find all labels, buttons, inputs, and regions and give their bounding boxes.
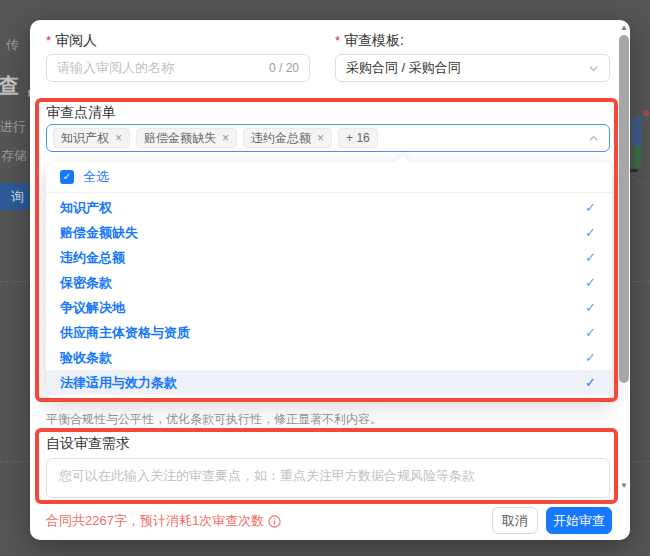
template-field-label: *审查模板: xyxy=(335,32,404,50)
annotation-box-custom-requirements xyxy=(35,428,618,504)
required-asterisk: * xyxy=(46,33,51,48)
background-consult-button: 询 xyxy=(0,183,30,210)
background-illustration xyxy=(628,88,650,188)
start-review-button[interactable]: 开始审查 xyxy=(546,507,612,534)
scrollbar-thumb[interactable] xyxy=(619,35,629,383)
review-settings-dialog: *审阅人 *审查模板: 请输入审阅人的名称 0 / 20 采购合同 / 采购合同… xyxy=(30,20,630,540)
scroll-up-icon[interactable]: ▲ xyxy=(618,23,630,33)
template-select-value: 采购合同 / 采购合同 xyxy=(346,59,588,77)
chevron-down-icon xyxy=(588,63,599,74)
required-asterisk: * xyxy=(335,33,340,48)
background-text-line-2: 存储 xyxy=(1,147,31,165)
modal-scrollbar[interactable]: ▲ ▼ xyxy=(618,21,630,539)
reviewer-name-input[interactable]: 请输入审阅人的名称 0 / 20 xyxy=(46,54,310,82)
reviewer-field-label: *审阅人 xyxy=(46,32,97,50)
background-text-line-1: 进行 xyxy=(0,118,30,136)
annotation-box-checklist xyxy=(35,98,618,402)
template-description: 平衡合规性与公平性，优化条款可执行性，修正显著不利内容。 xyxy=(46,411,586,428)
background-upload-text: 传 xyxy=(6,36,19,54)
cancel-button[interactable]: 取消 xyxy=(492,507,538,534)
reviewer-input-placeholder: 请输入审阅人的名称 xyxy=(57,59,263,77)
template-select[interactable]: 采购合同 / 采购合同 xyxy=(335,54,610,82)
info-icon[interactable] xyxy=(268,515,281,528)
usage-note: 合同共2267字，预计消耗1次审查次数 xyxy=(46,512,281,530)
char-counter: 0 / 20 xyxy=(269,61,299,75)
scroll-down-icon[interactable]: ▼ xyxy=(618,481,630,491)
